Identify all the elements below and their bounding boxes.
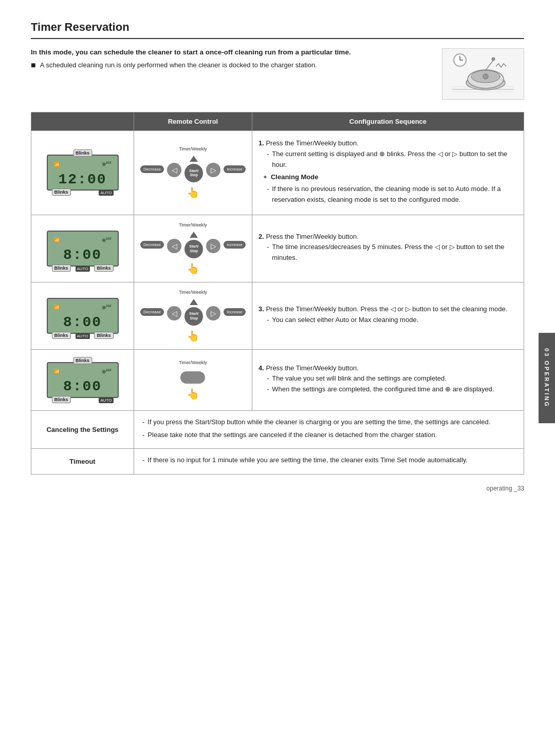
left-arrow-btn-1[interactable]: ◁: [167, 163, 181, 177]
decrease-btn-3[interactable]: Decrease: [140, 308, 164, 316]
lcd-display-4: Blinks 📶 ⊕AM 8:00 Blinks AUTO: [47, 362, 119, 398]
cancel-label-cell: Canceling the Settings: [31, 410, 134, 449]
clock-icon-1: ⊕AM: [102, 161, 112, 167]
lr-arrows-3: ◁ Start/Stop ▷: [167, 306, 220, 326]
timeout-label-cell: Timeout: [31, 449, 134, 475]
lcd-icons-4: 📶 ⊕AM: [54, 368, 112, 374]
blink-bottom-left-4: Blinks: [52, 396, 71, 403]
remote-btn-row-3: Decrease ◁ Start/Stop ▷ Increase: [140, 299, 246, 326]
start-stop-btn-1[interactable]: Start/Stop: [184, 164, 203, 182]
blink-top-label-1: Blinks: [73, 149, 92, 157]
left-arrow-btn-2[interactable]: ◁: [167, 239, 181, 253]
decrease-btn-1[interactable]: Decrease: [140, 165, 164, 173]
arrow-group-2: ◁ Start/Stop ▷: [167, 232, 220, 258]
display-col-2: 📶 ⊕AM 8:00 Blinks AUTO Blinks: [31, 215, 134, 282]
timeout-text: - If there is no input for 1 minute whil…: [142, 455, 515, 466]
lcd-digits-2: 8:00: [54, 247, 112, 263]
hand-icon-1: 👆: [187, 186, 199, 199]
increase-btn-3[interactable]: Increase: [224, 308, 246, 316]
config-step-3: 3. Press the Timer/Weekly button. Press …: [258, 304, 517, 326]
remote-btn-row-2: Decrease ◁ Start/Stop ▷ Increase: [140, 232, 246, 258]
cross-icon: ✦: [263, 173, 268, 182]
remote-btn-row-1: Decrease ◁ Start/Stop ▷ Increase: [140, 156, 246, 182]
lcd-icons-2: 📶 ⊕AM: [54, 237, 112, 243]
timeout-row: Timeout - If there is no input for 1 min…: [31, 449, 524, 475]
lcd-display-2: 📶 ⊕AM 8:00 Blinks AUTO Blinks: [47, 231, 119, 267]
auto-badge-2: AUTO: [75, 266, 89, 272]
lcd-digits-4: 8:00: [54, 379, 112, 394]
step-num-4: 4.: [258, 364, 264, 372]
blink-bottom-right-2: Blinks: [94, 264, 113, 272]
config-sub-2a: - The time increases/decreases by 5 minu…: [267, 242, 517, 263]
signal-icon-3: 📶: [54, 305, 60, 310]
right-arrow-btn-1[interactable]: ▷: [206, 163, 220, 177]
svg-point-6: [483, 74, 488, 79]
config-col-3: 3. Press the Timer/Weekly button. Press …: [252, 282, 524, 349]
decrease-btn-2[interactable]: Decrease: [140, 241, 164, 249]
lcd-display-3: 📶 ⊕AM 8:00 Blinks AUTO Blinks: [47, 298, 119, 334]
intro-text: In this mode, you can schedule the clean…: [31, 48, 432, 100]
table-row: 📶 ⊕AM 8:00 Blinks AUTO Blinks Timer/Week…: [31, 282, 524, 349]
config-step-4: 4. Press the Timer/Weekly button. - The …: [258, 363, 517, 395]
lcd-icons-1: 📶 ⊕AM: [54, 161, 112, 167]
lr-arrows-2: ◁ Start/Stop ▷: [167, 239, 220, 258]
table-row: 📶 ⊕AM 8:00 Blinks AUTO Blinks Timer/Week…: [31, 215, 524, 282]
intro-bullet: ■ A scheduled cleaning run is only perfo…: [31, 60, 432, 71]
lcd-digits-3: 8:00: [54, 314, 112, 330]
remote-control-4: Timer/Weekly 👆: [140, 360, 246, 400]
step-num-2: 2.: [258, 233, 264, 240]
up-arrow-3[interactable]: [190, 299, 198, 305]
start-stop-btn-2[interactable]: Start/Stop: [184, 240, 203, 258]
col-config-header: Configuration Sequence: [252, 112, 524, 131]
timeout-content: - If there is no input for 1 minute whil…: [134, 449, 524, 475]
lcd-display-1: Blinks 📶 ⊕AM 12:00 Blinks AUTO: [47, 155, 119, 191]
right-arrow-btn-3[interactable]: ▷: [206, 306, 220, 320]
clock-icon-4: ⊕AM: [102, 368, 112, 374]
auto-badge-4: AUTO: [99, 398, 113, 403]
intro-image: [442, 48, 524, 100]
remote-col-3: Timer/Weekly Decrease ◁ Start/Stop ▷ Inc…: [134, 282, 252, 349]
intro-bullet-text: A scheduled cleaning run is only perform…: [40, 60, 317, 71]
timer-weekly-label-4: Timer/Weekly: [179, 360, 207, 365]
timer-btn-oval-4[interactable]: [180, 371, 205, 384]
start-stop-btn-3[interactable]: Start/Stop: [184, 307, 203, 326]
table-row: Blinks 📶 ⊕AM 12:00 Blinks AUTO Timer/Wee…: [31, 131, 524, 215]
hand-icon-4: 👆: [187, 388, 199, 400]
intro-section: In this mode, you can schedule the clean…: [31, 48, 524, 100]
config-sub-4a: - The value you set will blink and the s…: [267, 373, 517, 384]
increase-btn-2[interactable]: Increase: [224, 241, 246, 249]
robot-vacuum-illustration: [447, 51, 519, 97]
remote-control-1: Timer/Weekly Decrease ◁ Start/Stop ▷ Inc…: [140, 146, 246, 199]
svg-line-7: [486, 60, 493, 70]
up-arrow-2[interactable]: [190, 232, 198, 238]
up-arrow-1[interactable]: [190, 156, 198, 162]
config-sub-1a: - The current setting is displayed and ⊕…: [267, 149, 517, 171]
right-arrow-btn-2[interactable]: ▷: [206, 239, 220, 253]
cancel-content: - If you press the Start/Stop button whi…: [134, 410, 524, 449]
lcd-digits-1: 12:00: [54, 172, 112, 187]
left-arrow-btn-3[interactable]: ◁: [167, 306, 181, 320]
cancel-sub-1: - If you press the Start/Stop button whi…: [142, 417, 515, 428]
col-display-header: [31, 112, 134, 131]
auto-badge-3: AUTO: [75, 333, 89, 339]
config-col-1: 1. Press the Timer/Weekly button. - The …: [252, 131, 524, 215]
cancel-text: - If you press the Start/Stop button whi…: [142, 417, 515, 441]
hand-icon-2: 👆: [187, 262, 199, 275]
blink-bottom-right-3: Blinks: [94, 332, 113, 339]
increase-btn-1[interactable]: Increase: [224, 165, 246, 173]
cleaning-mode-header: ✦ Cleaning Mode: [263, 172, 517, 183]
signal-icon-2: 📶: [54, 237, 60, 242]
display-wrapper-2: 📶 ⊕AM 8:00 Blinks AUTO Blinks: [38, 225, 127, 272]
svg-point-8: [492, 58, 495, 61]
config-step-2: 2. Press the Timer/Weekly button. - The …: [258, 232, 517, 263]
display-wrapper-4: Blinks 📶 ⊕AM 8:00 Blinks AUTO: [38, 357, 127, 403]
blink-bottom-left-1: Blinks: [52, 188, 71, 196]
step-num-1: 1.: [258, 139, 264, 147]
cancel-sub-2: - Please take note that the settings are…: [142, 430, 515, 441]
col-remote-header: Remote Control: [134, 112, 252, 131]
arrow-group-1: ◁ Start/Stop ▷: [167, 156, 220, 182]
cleaning-mode-label: Cleaning Mode: [271, 172, 318, 183]
clock-icon-2: ⊕AM: [102, 237, 112, 243]
lcd-icons-3: 📶 ⊕AM: [54, 304, 112, 310]
config-step-1: 1. Press the Timer/Weekly button. - The …: [258, 138, 517, 205]
